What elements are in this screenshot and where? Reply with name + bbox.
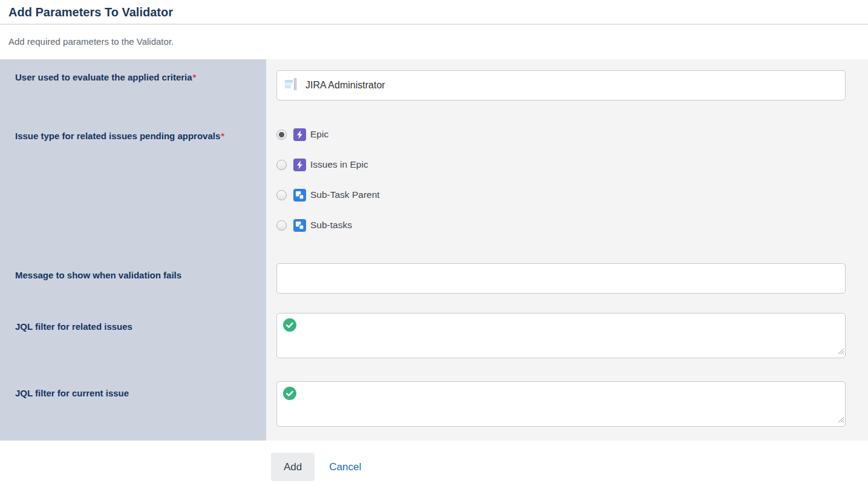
radio-option-label: Issues in Epic bbox=[310, 159, 368, 170]
form-row-issue-type: Issue type for related issues pending ap… bbox=[0, 118, 868, 257]
radio-button[interactable] bbox=[276, 190, 287, 200]
radio-option-subtask-parent[interactable]: Sub-Task Parent bbox=[276, 186, 868, 203]
user-avatar-broken-image-icon bbox=[284, 77, 299, 93]
field-label-user: User used to evaluate the applied criter… bbox=[0, 59, 266, 118]
field-label-text: JQL filter for current issue bbox=[15, 388, 129, 398]
required-marker: * bbox=[192, 72, 197, 82]
radio-option-label: Sub-tasks bbox=[310, 220, 352, 231]
form-footer: Add Cancel bbox=[0, 441, 868, 481]
epic-icon bbox=[293, 128, 306, 141]
field-label-message: Message to show when validation fails bbox=[0, 257, 266, 309]
radio-button[interactable] bbox=[276, 220, 287, 231]
form-row-message: Message to show when validation fails bbox=[0, 257, 868, 309]
resize-grip-icon[interactable] bbox=[838, 346, 844, 357]
required-marker: * bbox=[220, 131, 224, 141]
user-picker-input[interactable]: JIRA Administrator bbox=[276, 70, 846, 100]
field-label-jql-related: JQL filter for related issues bbox=[0, 309, 266, 375]
jql-related-textarea[interactable] bbox=[276, 313, 846, 358]
radio-button[interactable] bbox=[276, 160, 287, 170]
user-picker-value: JIRA Administrator bbox=[305, 80, 385, 91]
issue-type-radio-group: Epic Issues in Epic bbox=[276, 126, 868, 234]
radio-option-label: Epic bbox=[310, 129, 328, 140]
field-value-user: JIRA Administrator bbox=[266, 59, 868, 118]
radio-option-label: Sub-Task Parent bbox=[310, 189, 380, 200]
cancel-link[interactable]: Cancel bbox=[329, 461, 361, 473]
field-value-issue-type: Epic Issues in Epic bbox=[266, 118, 868, 257]
field-label-text: Message to show when validation fails bbox=[15, 270, 181, 280]
jql-current-textarea[interactable] bbox=[276, 381, 846, 427]
validator-parameters-form: User used to evaluate the applied criter… bbox=[0, 59, 868, 441]
subtask-icon bbox=[293, 189, 306, 202]
message-input[interactable] bbox=[276, 263, 846, 294]
field-label-jql-current: JQL filter for current issue bbox=[0, 375, 266, 441]
form-row-jql-related: JQL filter for related issues bbox=[0, 309, 868, 375]
field-label-text: JQL filter for related issues bbox=[15, 321, 132, 332]
subtask-icon bbox=[293, 219, 306, 232]
field-label-text: User used to evaluate the applied criter… bbox=[15, 72, 192, 82]
form-row-user: User used to evaluate the applied criter… bbox=[0, 59, 868, 118]
form-row-jql-current: JQL filter for current issue bbox=[0, 375, 868, 441]
check-circle-icon bbox=[283, 387, 296, 400]
page-title: Add Parameters To Validator bbox=[0, 0, 868, 25]
add-parameters-to-validator-page: Add Parameters To Validator Add required… bbox=[0, 0, 868, 489]
field-value-jql-current bbox=[266, 375, 868, 441]
radio-option-subtasks[interactable]: Sub-tasks bbox=[276, 217, 868, 234]
check-circle-icon bbox=[283, 318, 296, 332]
resize-grip-icon[interactable] bbox=[838, 415, 844, 425]
page-subtitle: Add required parameters to the Validator… bbox=[0, 25, 868, 47]
radio-option-epic[interactable]: Epic bbox=[276, 126, 868, 143]
field-label-text: Issue type for related issues pending ap… bbox=[15, 131, 220, 141]
field-value-jql-related bbox=[266, 309, 868, 375]
add-button[interactable]: Add bbox=[271, 453, 315, 481]
radio-option-issues-in-epic[interactable]: Issues in Epic bbox=[276, 156, 868, 173]
radio-button[interactable] bbox=[276, 130, 287, 140]
epic-icon bbox=[293, 159, 306, 171]
field-value-message bbox=[266, 257, 868, 309]
field-label-issue-type: Issue type for related issues pending ap… bbox=[0, 118, 266, 257]
